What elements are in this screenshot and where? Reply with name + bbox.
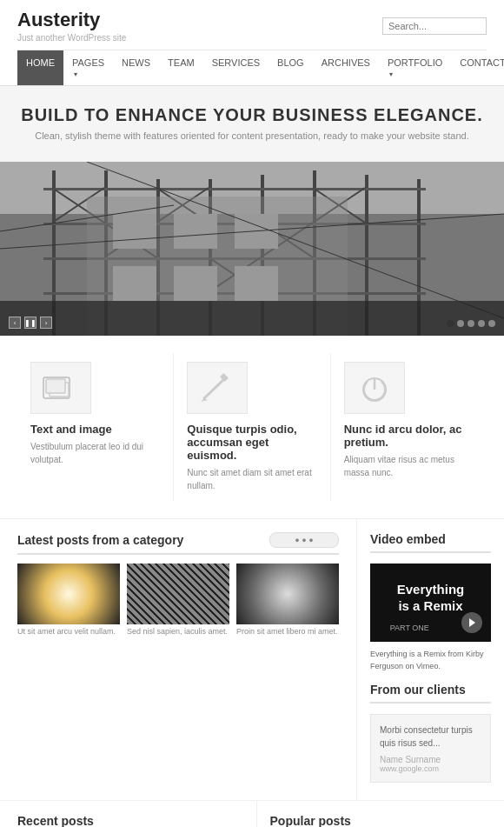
nav-portfolio[interactable]: PORTFOLIO ▾ bbox=[379, 50, 451, 85]
header-top: Austerity Just another WordPress site bbox=[17, 9, 487, 50]
post-image-1: Ut sit amet arcu velit nullam. bbox=[17, 564, 120, 636]
nav-home[interactable]: HOME bbox=[17, 50, 63, 85]
site-title: Austerity bbox=[17, 9, 126, 31]
nav-blog[interactable]: BLOG bbox=[269, 50, 313, 85]
right-column: Video embed Everythingis a Remix PART ON… bbox=[356, 519, 504, 800]
video-title: Everythingis a Remix bbox=[390, 574, 472, 622]
play-icon bbox=[468, 617, 476, 628]
header: Austerity Just another WordPress site HO… bbox=[0, 0, 504, 86]
svg-rect-31 bbox=[174, 266, 217, 301]
video-subtitle: PART ONE bbox=[390, 624, 472, 632]
slider-dot-5[interactable] bbox=[488, 320, 495, 327]
slider-prev-btn[interactable]: ‹ bbox=[9, 317, 21, 329]
popular-posts-title: Popular posts bbox=[270, 814, 492, 827]
slider-dot-4[interactable] bbox=[478, 320, 485, 327]
filter-label: ● ● ● bbox=[295, 536, 313, 544]
power-icon bbox=[353, 370, 396, 405]
feature-box-2: Quisque turpis odio, accumsan eget euism… bbox=[173, 353, 329, 501]
hero-section: BUILD TO ENHANCE YOUR BUSINESS ELEGANCE.… bbox=[0, 86, 504, 162]
latest-posts-title: Latest posts from a category bbox=[17, 533, 183, 547]
post-caption-3: Proin sit amet libero mi amet. bbox=[236, 627, 339, 636]
slider-dot-1[interactable] bbox=[447, 320, 454, 327]
post-caption-2: Sed nisl sapien, iaculis amet. bbox=[127, 627, 229, 636]
svg-rect-32 bbox=[235, 266, 278, 301]
main-content: Latest posts from a category ● ● ● Ut si… bbox=[0, 519, 504, 800]
site-subtitle: Just another WordPress site bbox=[17, 33, 126, 43]
image-icon bbox=[39, 370, 83, 405]
video-play-button[interactable] bbox=[461, 612, 482, 633]
slider-controls: ‹ ❚❚ › bbox=[9, 317, 52, 329]
feature-box-1: Text and image Vestibulum placerat leo i… bbox=[17, 353, 173, 501]
nav-news[interactable]: NEWS bbox=[113, 50, 159, 85]
feature-icon-3 bbox=[344, 362, 405, 414]
svg-marker-41 bbox=[201, 398, 208, 402]
post-image-3: Proin sit amet libero mi amet. bbox=[236, 564, 339, 636]
popular-posts-section: Popular posts Comment Test 20 Comment La… bbox=[257, 801, 505, 827]
slider-pause-btn[interactable]: ❚❚ bbox=[24, 317, 36, 329]
left-column: Latest posts from a category ● ● ● Ut si… bbox=[0, 519, 356, 800]
from-clients-section: From our clients Morbi consectetur turpi… bbox=[370, 683, 491, 783]
svg-rect-36 bbox=[0, 301, 504, 336]
recent-posts-title: Recent posts bbox=[17, 814, 239, 827]
video-embed-title: Video embed bbox=[370, 532, 491, 553]
nav-pages[interactable]: PAGES ▾ bbox=[63, 50, 113, 85]
post-thumbnail-2[interactable] bbox=[127, 564, 229, 624]
posts-section: Recent posts Curabitur pulvinar lorem am… bbox=[0, 800, 504, 827]
client-name: Name Surname bbox=[380, 755, 481, 764]
hero-title: BUILD TO ENHANCE YOUR BUSINESS ELEGANCE. bbox=[17, 105, 487, 125]
svg-rect-30 bbox=[113, 266, 156, 301]
post-thumbnail-3[interactable] bbox=[236, 564, 339, 624]
hero-slider: ‹ ❚❚ › bbox=[0, 162, 504, 336]
slider-visual bbox=[0, 162, 504, 336]
hero-subtitle: Clean, stylish theme with features orien… bbox=[17, 130, 487, 141]
feature-title-2: Quisque turpis odio, accumsan eget euism… bbox=[187, 423, 316, 462]
slider-dot-2[interactable] bbox=[457, 320, 464, 327]
filter-control[interactable]: ● ● ● bbox=[269, 532, 339, 548]
post-image-2: Sed nisl sapien, iaculis amet. bbox=[127, 564, 229, 636]
search-input[interactable] bbox=[382, 17, 487, 35]
client-url: www.google.com bbox=[380, 764, 481, 773]
svg-rect-28 bbox=[174, 214, 217, 249]
site-branding: Austerity Just another WordPress site bbox=[17, 9, 126, 43]
slider-dots bbox=[447, 320, 495, 327]
feature-title-1: Text and image bbox=[30, 423, 160, 436]
features-section: Text and image Vestibulum placerat leo i… bbox=[0, 336, 504, 519]
feature-text-3: Aliquam vitae risus ac metus massa nunc. bbox=[344, 453, 474, 479]
slider-next-btn[interactable]: › bbox=[40, 317, 52, 329]
pen-icon bbox=[196, 370, 239, 405]
recent-posts-section: Recent posts Curabitur pulvinar lorem am… bbox=[0, 801, 257, 827]
client-quote: Morbi consectetur turpis quis risus sed.… bbox=[380, 724, 481, 750]
post-images-row: Ut sit amet arcu velit nullam. Sed nisl … bbox=[17, 564, 339, 636]
slider-image bbox=[0, 162, 504, 336]
client-testimonial: Morbi consectetur turpis quis risus sed.… bbox=[370, 714, 491, 783]
svg-rect-27 bbox=[113, 214, 156, 249]
feature-text-1: Vestibulum placerat leo id dui volutpat. bbox=[30, 440, 160, 466]
nav-archives[interactable]: ARCHIVES bbox=[313, 50, 379, 85]
feature-title-3: Nunc id arcu dolor, ac pretium. bbox=[344, 423, 474, 449]
video-embed-box[interactable]: Everythingis a Remix PART ONE bbox=[370, 564, 491, 642]
nav-team[interactable]: TEAM bbox=[159, 50, 203, 85]
post-caption-1: Ut sit amet arcu velit nullam. bbox=[17, 627, 120, 636]
from-clients-title: From our clients bbox=[370, 683, 491, 704]
feature-text-2: Nunc sit amet diam sit amet erat nullam. bbox=[187, 466, 316, 492]
svg-line-40 bbox=[204, 377, 226, 398]
svg-rect-39 bbox=[46, 379, 65, 393]
main-nav: HOME PAGES ▾ NEWS TEAM SERVICES BLOG ARC… bbox=[17, 50, 487, 85]
slider-dot-3[interactable] bbox=[468, 320, 474, 327]
nav-services[interactable]: SERVICES bbox=[203, 50, 269, 85]
feature-icon-1 bbox=[30, 362, 91, 414]
post-thumbnail-1[interactable] bbox=[17, 564, 120, 624]
video-caption: Everything is a Remix from Kirby Ferguso… bbox=[370, 649, 491, 672]
svg-marker-45 bbox=[469, 618, 475, 627]
feature-box-3: Nunc id arcu dolor, ac pretium. Aliquam … bbox=[330, 353, 487, 501]
feature-icon-2 bbox=[187, 362, 248, 414]
nav-contact[interactable]: CONTACT bbox=[451, 50, 504, 85]
